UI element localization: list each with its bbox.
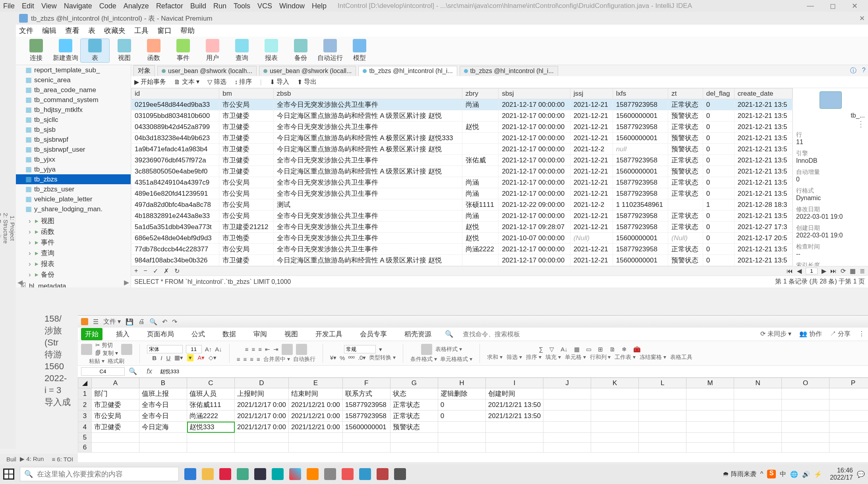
- xcell[interactable]: [591, 388, 639, 399]
- cell[interactable]: 2021-12-28 18:3: [734, 199, 792, 210]
- align-right-icon[interactable]: ≡: [250, 356, 253, 363]
- font-color-button[interactable]: A▾: [197, 354, 205, 361]
- xcell[interactable]: [639, 433, 686, 443]
- qat-print-icon[interactable]: 🖨: [138, 318, 145, 325]
- cell[interactable]: 2021-12-21: [570, 222, 613, 233]
- cell[interactable]: 984af108abc34be0b326: [131, 255, 219, 266]
- cell[interactable]: 2021-12-2: [570, 199, 613, 210]
- cell[interactable]: 2021-12-21 13:5: [734, 166, 792, 177]
- cell[interactable]: 2021-12-21 13:5: [734, 188, 792, 199]
- xcell[interactable]: [342, 433, 390, 443]
- cell[interactable]: 0219ee548d844ed9ba33: [131, 99, 219, 110]
- xcell[interactable]: 15877923958: [342, 411, 390, 422]
- xcell[interactable]: [390, 433, 438, 443]
- cell[interactable]: 2021-12-21 13:5: [734, 155, 792, 166]
- row-header[interactable]: 6: [78, 443, 92, 453]
- table-row[interactable]: 984af108abc34be0b326市卫健委今日定海区重点旅游岛屿和经营性 …: [131, 255, 793, 266]
- nm-file[interactable]: 文件: [19, 26, 33, 35]
- xcell[interactable]: [543, 411, 591, 422]
- rtab-start[interactable]: 开始: [81, 328, 102, 340]
- cell[interactable]: 2021-12-17 00:00:00: [499, 144, 570, 155]
- xcell[interactable]: 部门: [92, 388, 139, 399]
- excel-row[interactable]: 5: [78, 433, 868, 443]
- rr-sync[interactable]: ⟳ 未同步 ▾: [760, 330, 791, 338]
- cell[interactable]: 497da82d0bfc4ba4a8c78: [131, 199, 219, 210]
- cell[interactable]: 尚涵: [462, 177, 499, 188]
- font-name-input[interactable]: [147, 345, 183, 353]
- xcell[interactable]: [591, 422, 639, 433]
- cell[interactable]: 15600000001: [613, 255, 668, 266]
- app-icon-3[interactable]: [254, 468, 266, 480]
- table-row[interactable]: 98530539431e424c99da2市公安局今日定海区重点旅游岛屿和经营性…: [131, 266, 793, 266]
- tree-table-y_share_lodging_man.[interactable]: ▦y_share_lodging_man.: [16, 204, 131, 214]
- cell[interactable]: [462, 110, 499, 121]
- act-export[interactable]: ⬆ 导出: [297, 78, 317, 86]
- xcell[interactable]: [591, 411, 639, 422]
- cell[interactable]: 2021-12-17 00:00:00: [499, 133, 570, 144]
- cell[interactable]: 尚涵2222: [462, 244, 499, 255]
- cell[interactable]: 15877923958: [613, 177, 668, 188]
- col-zt[interactable]: zt: [668, 89, 703, 99]
- row-header[interactable]: 4: [78, 422, 92, 433]
- app-icon-2[interactable]: [237, 468, 249, 480]
- colh-D[interactable]: D: [235, 378, 289, 388]
- colh-C[interactable]: C: [187, 378, 235, 388]
- cell[interactable]: 预警状态: [668, 166, 703, 177]
- tab-objects[interactable]: 对象: [133, 65, 155, 76]
- xcell[interactable]: [543, 433, 591, 443]
- xcell[interactable]: 市公安局: [92, 411, 139, 422]
- freeze-button[interactable]: ❄: [622, 346, 627, 353]
- xcell[interactable]: [139, 433, 187, 443]
- prev-page-icon[interactable]: ◀: [797, 267, 802, 275]
- xcell[interactable]: [390, 443, 438, 453]
- xcell[interactable]: [734, 422, 782, 433]
- xcell[interactable]: [438, 433, 485, 443]
- colh-I[interactable]: I: [485, 378, 543, 388]
- xcell[interactable]: 值班上报: [139, 388, 187, 399]
- menu-window[interactable]: Window: [279, 2, 305, 10]
- cell[interactable]: 2021-12-21: [570, 99, 613, 110]
- tab-userbean1[interactable]: user_bean @shwork (localh...: [157, 66, 257, 76]
- xcell[interactable]: 正常状态: [390, 411, 438, 422]
- cell[interactable]: 全市今日无突发涉旅公共卫生事件: [273, 244, 462, 255]
- tb-connect[interactable]: 连接: [21, 39, 51, 62]
- cell[interactable]: 市卫建委21212: [219, 222, 273, 233]
- xcell[interactable]: [686, 443, 734, 453]
- xcell[interactable]: [829, 422, 868, 433]
- menu-navigate[interactable]: Navigate: [64, 2, 92, 10]
- cell[interactable]: (Null): [668, 233, 703, 244]
- cell[interactable]: 4351a84249104a4397c9: [131, 177, 219, 188]
- font-size-input[interactable]: [186, 345, 202, 353]
- xcell[interactable]: 2021/12/17 0:00: [235, 399, 289, 411]
- weather-widget[interactable]: 🌧 阵雨来袭: [723, 470, 756, 478]
- info-icon[interactable]: ⓘ: [850, 67, 856, 75]
- qat-redo-icon[interactable]: ↷: [172, 318, 177, 326]
- nm-help[interactable]: 帮助: [180, 26, 195, 35]
- tree-table-tb_sjcllc[interactable]: ▦tb_sjcllc: [16, 115, 131, 125]
- page-input[interactable]: [806, 268, 818, 274]
- xcell[interactable]: [829, 433, 868, 443]
- table-row[interactable]: 497da82d0bfc4ba4a8c78市公安局测试张硕11112021-12…: [131, 199, 793, 210]
- xcell[interactable]: [92, 433, 139, 443]
- font-dec-icon[interactable]: A↓: [215, 346, 222, 353]
- cell[interactable]: 0: [703, 244, 734, 255]
- xcell[interactable]: 2021/12/21 13:50: [485, 411, 543, 422]
- cell[interactable]: (Null): [668, 266, 703, 266]
- sogou-icon[interactable]: S: [767, 470, 776, 478]
- cell[interactable]: 2021-12-21: [570, 155, 613, 166]
- xcell[interactable]: 2021/12/21 0:00: [288, 399, 342, 411]
- xcell[interactable]: [686, 388, 734, 399]
- close-tab-icon[interactable]: ✕: [859, 14, 865, 23]
- start-button[interactable]: [3, 469, 14, 480]
- tablefmt-icon[interactable]: [421, 344, 432, 355]
- xcell[interactable]: [235, 443, 289, 453]
- colh-M[interactable]: M: [686, 378, 734, 388]
- cell[interactable]: 686e52e48de04ebf9d9d3: [131, 233, 219, 244]
- cell[interactable]: 15877923958: [613, 155, 668, 166]
- rtab-view[interactable]: 视图: [280, 328, 302, 340]
- colh-F[interactable]: F: [342, 378, 390, 388]
- tray-vol-icon[interactable]: 🔊: [802, 471, 810, 478]
- xcell[interactable]: 2021/12/21 0:00: [288, 411, 342, 422]
- xcell[interactable]: [288, 433, 342, 443]
- cell[interactable]: 2021-12-17 00:00:00: [499, 121, 570, 133]
